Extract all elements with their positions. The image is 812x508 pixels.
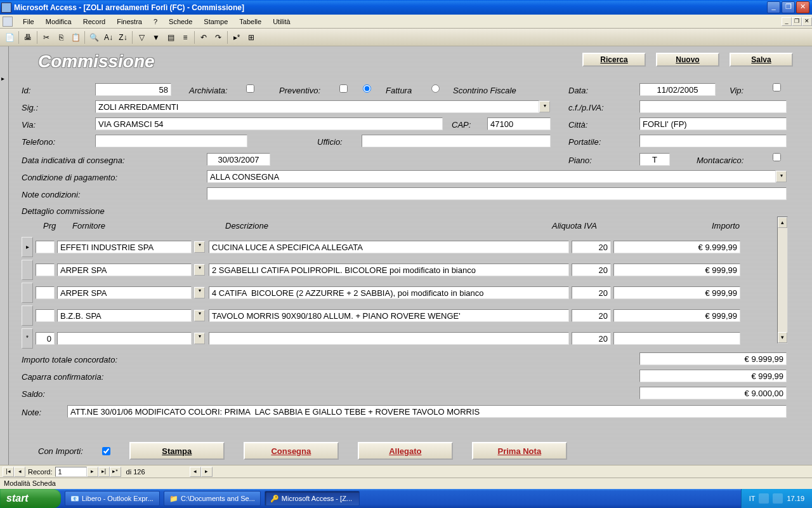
cell-prg[interactable] — [36, 241, 55, 253]
tool-redo-icon[interactable]: ↷ — [211, 30, 225, 44]
cell-fornitore[interactable] — [57, 332, 192, 345]
record-current[interactable] — [55, 467, 87, 477]
tool-print-icon[interactable]: 🖶 — [21, 30, 35, 44]
cell-descrizione[interactable] — [209, 264, 569, 276]
data-field[interactable] — [639, 83, 716, 96]
tool-filter-icon[interactable]: ▽ — [134, 30, 148, 44]
importo-totale-field[interactable] — [639, 352, 787, 365]
tool-copy-icon[interactable]: ⎘ — [54, 30, 68, 44]
tool-open-icon[interactable]: 📄 — [3, 30, 16, 44]
nav-prev-icon[interactable]: ◂ — [14, 467, 25, 477]
salva-button[interactable]: Salva — [730, 53, 793, 67]
tray-icon-2[interactable] — [773, 493, 783, 504]
tool-sort-asc-icon[interactable]: A↓ — [102, 30, 115, 44]
sig-dropdown-icon[interactable]: ▾ — [539, 101, 550, 112]
menu-modifica[interactable]: Modifica — [41, 17, 77, 27]
tool-filter2-icon[interactable]: ▼ — [149, 30, 163, 44]
cell-prg[interactable] — [36, 332, 55, 345]
sig-field[interactable] — [95, 100, 539, 113]
tool-list-icon[interactable]: ≡ — [178, 30, 192, 44]
con-importi-checkbox[interactable] — [102, 447, 110, 455]
mdi-close[interactable]: ✕ — [802, 17, 812, 26]
piano-field[interactable] — [639, 153, 670, 166]
cell-descrizione[interactable] — [209, 309, 569, 322]
tray-lang[interactable]: IT — [749, 495, 756, 502]
tool-design-icon[interactable]: ⊞ — [244, 30, 258, 44]
cell-importo[interactable] — [613, 332, 740, 345]
maximize-button[interactable]: ❐ — [782, 1, 795, 13]
cell-prg[interactable] — [36, 309, 55, 322]
menu-stampe[interactable]: Stampe — [199, 17, 233, 27]
menu-finestra[interactable]: Finestra — [112, 17, 147, 27]
cap-field[interactable] — [487, 117, 551, 130]
fornitore-dropdown-icon[interactable]: ▾ — [194, 264, 205, 276]
cell-importo[interactable] — [613, 241, 740, 253]
menu-utilita[interactable]: Utilità — [268, 17, 296, 27]
row-selector[interactable] — [22, 260, 33, 280]
note-field[interactable] — [67, 405, 787, 418]
nav-next-icon[interactable]: ▸ — [87, 467, 98, 477]
fornitore-dropdown-icon[interactable]: ▾ — [194, 241, 205, 253]
cell-importo[interactable] — [613, 286, 740, 299]
menu-help[interactable]: ? — [148, 17, 162, 27]
cell-fornitore[interactable] — [57, 241, 192, 253]
tool-paste-icon[interactable]: 📋 — [69, 30, 82, 44]
data-consegna-field[interactable] — [207, 153, 270, 166]
scontrino-radio[interactable] — [431, 84, 440, 93]
prima-nota-button[interactable]: Prima Nota — [472, 442, 567, 460]
nav-hscroll-right-icon[interactable]: ▸ — [201, 467, 213, 477]
tray-icon-1[interactable] — [759, 493, 769, 504]
tool-find-icon[interactable]: 🔍 — [87, 30, 101, 44]
cell-fornitore[interactable] — [57, 264, 192, 276]
ricerca-button[interactable]: Ricerca — [582, 53, 646, 67]
row-selector[interactable] — [22, 283, 33, 303]
fornitore-dropdown-icon[interactable]: ▾ — [194, 333, 205, 344]
cell-descrizione[interactable] — [209, 241, 569, 253]
cell-importo[interactable] — [613, 309, 740, 322]
cell-aliquota[interactable] — [572, 286, 611, 299]
mdi-minimize[interactable]: _ — [782, 17, 792, 26]
nav-new-icon[interactable]: ▸* — [110, 467, 121, 477]
tool-undo-icon[interactable]: ↶ — [197, 30, 211, 44]
preventivo-checkbox[interactable] — [339, 84, 348, 93]
fornitore-dropdown-icon[interactable]: ▾ — [194, 310, 205, 321]
via-field[interactable] — [95, 117, 443, 130]
ufficio-field[interactable] — [362, 135, 551, 147]
cell-importo[interactable] — [613, 264, 740, 276]
row-selector[interactable]: * — [22, 328, 33, 349]
task-explorer[interactable]: 📁C:\Documents and Se... — [164, 491, 261, 506]
nav-hscroll-left-icon[interactable]: ◂ — [190, 467, 201, 477]
cell-aliquota[interactable] — [572, 264, 611, 276]
menu-schede[interactable]: Schede — [164, 17, 197, 27]
tool-sort-desc-icon[interactable]: Z↓ — [116, 30, 130, 44]
cfpiva-field[interactable] — [639, 100, 787, 113]
portatile-field[interactable] — [639, 135, 787, 147]
close-button[interactable]: ✕ — [796, 1, 809, 13]
citta-field[interactable] — [639, 117, 787, 130]
menu-tabelle[interactable]: Tabelle — [234, 17, 266, 27]
cell-prg[interactable] — [36, 286, 55, 299]
minimize-button[interactable]: _ — [767, 1, 780, 13]
consegna-button[interactable]: Consegna — [244, 442, 339, 460]
saldo-field[interactable] — [639, 387, 787, 399]
caparra-field[interactable] — [639, 370, 787, 382]
cell-descrizione[interactable] — [209, 332, 569, 345]
menu-record[interactable]: Record — [78, 17, 110, 27]
row-selector[interactable]: ▸ — [22, 237, 33, 257]
allegato-button[interactable]: Allegato — [358, 442, 453, 460]
cell-fornitore[interactable] — [57, 309, 192, 322]
nav-first-icon[interactable]: |◂ — [3, 467, 14, 477]
cell-prg[interactable] — [36, 264, 55, 276]
scroll-up-icon[interactable]: ▴ — [778, 217, 787, 228]
task-access[interactable]: 🔑Microsoft Access - [Z... — [265, 491, 360, 506]
montacarico-checkbox[interactable] — [773, 153, 781, 161]
tool-form-icon[interactable]: ▤ — [164, 30, 178, 44]
mdi-restore[interactable]: ❐ — [792, 17, 802, 26]
id-field[interactable] — [95, 83, 171, 96]
cell-aliquota[interactable] — [572, 332, 611, 345]
tool-new-icon[interactable]: ▸* — [230, 30, 244, 44]
cell-descrizione[interactable] — [209, 286, 569, 299]
row-selector[interactable] — [22, 305, 33, 326]
task-outlook[interactable]: 📧Libero - Outlook Expr... — [65, 491, 160, 506]
cell-aliquota[interactable] — [572, 241, 611, 253]
